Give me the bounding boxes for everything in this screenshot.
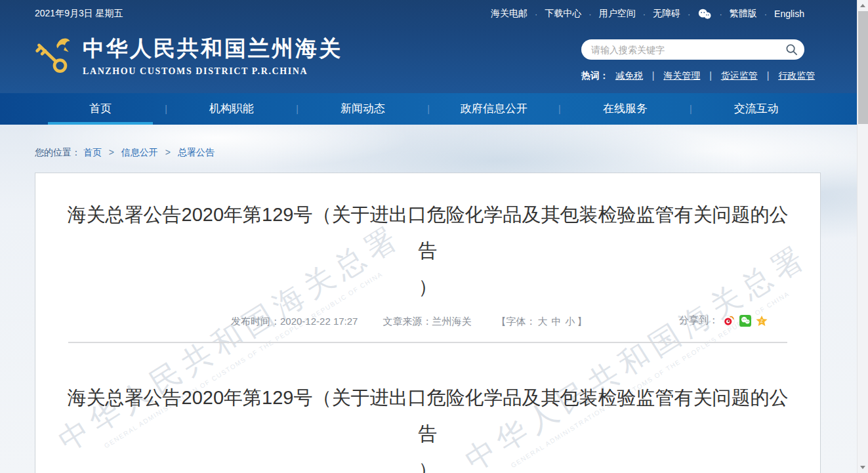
body-title-line1: 海关总署公告2020年第129号（关于进出口危险化学品及其包装检验监管有关问题的… bbox=[66, 380, 790, 452]
hotwords-bar: 热词： 减免税 | 海关管理 | 货运监管 | 行政监管 bbox=[581, 70, 804, 82]
topbar-link-customs-mail[interactable]: 海关电邮 bbox=[491, 8, 527, 20]
separator-dot: · bbox=[719, 9, 722, 19]
site-title: 中华人民共和国兰州海关 bbox=[83, 34, 342, 64]
article-title: 海关总署公告2020年第129号（关于进出口危险化学品及其包装检验监管有关问题的… bbox=[66, 197, 790, 305]
breadcrumb-home[interactable]: 首页 bbox=[83, 147, 102, 157]
topbar-link-english[interactable]: English bbox=[774, 9, 804, 19]
search-box bbox=[581, 39, 804, 60]
nav-item-functions[interactable]: 机构职能 bbox=[167, 93, 296, 125]
scrollbar-thumb[interactable] bbox=[858, 11, 868, 124]
site-title-en: LANZHOU CUSTOMS DISTRICT P.R.CHINA bbox=[83, 66, 342, 77]
site-header: 2021年9月3日 星期五 海关电邮 · 下载中心 · 用户空间 · 无障碍 ·… bbox=[0, 0, 857, 93]
font-size-large[interactable]: 大 bbox=[537, 316, 547, 327]
separator-dot: · bbox=[535, 9, 537, 19]
search-area: 热词： 减免税 | 海关管理 | 货运监管 | 行政监管 bbox=[581, 39, 804, 82]
weibo-icon[interactable] bbox=[723, 315, 735, 327]
scroll-up-arrow[interactable] bbox=[858, 0, 868, 11]
topbar-link-download-center[interactable]: 下载中心 bbox=[545, 8, 581, 20]
topbar-link-accessibility[interactable]: 无障碍 bbox=[653, 8, 680, 20]
breadcrumb: 您的位置： 首页 > 信息公开 > 总署公告 bbox=[35, 147, 215, 159]
nav-item-online-services[interactable]: 在线服务 bbox=[561, 93, 690, 125]
wechat-icon[interactable] bbox=[697, 9, 712, 20]
breadcrumb-info-disclosure[interactable]: 信息公开 bbox=[121, 147, 158, 157]
nav-label: 新闻动态 bbox=[341, 102, 385, 115]
main-navigation: 首页 | 机构职能 | 新闻动态 | 政府信息公开 | 在线服务 | 交流互动 bbox=[0, 93, 857, 125]
separator-bar: | bbox=[709, 70, 712, 81]
topbar-link-traditional[interactable]: 繁體版 bbox=[730, 8, 757, 20]
separator-dot: · bbox=[589, 9, 591, 19]
hotword-link-tax-reduction[interactable]: 减免税 bbox=[615, 70, 643, 81]
separator-dot: · bbox=[643, 9, 646, 19]
nav-label: 政府信息公开 bbox=[461, 102, 527, 115]
nav-item-gov-info-disclosure[interactable]: 政府信息公开 bbox=[430, 93, 558, 125]
article-source: 文章来源：兰州海关 bbox=[382, 316, 471, 328]
svg-text:Z: Z bbox=[760, 318, 763, 323]
article-meta: 发布时间：2020-12-22 17:27 文章来源：兰州海关 【字体：大中小】 bbox=[231, 316, 587, 328]
site-brand[interactable]: 中华人民共和国兰州海关 LANZHOU CUSTOMS DISTRICT P.R… bbox=[33, 34, 342, 77]
topbar-links: 海关电邮 · 下载中心 · 用户空间 · 无障碍 · · 繁體版 · E bbox=[491, 8, 804, 20]
body-title-line2: ） bbox=[66, 452, 790, 473]
current-date: 2021年9月3日 星期五 bbox=[35, 8, 123, 20]
article-meta-row: 发布时间：2020-12-22 17:27 文章来源：兰州海关 【字体：大中小】… bbox=[35, 313, 820, 333]
wechat-share-icon[interactable] bbox=[739, 315, 751, 327]
hotword-link-administrative-supervision[interactable]: 行政监管 bbox=[778, 70, 815, 81]
divider bbox=[68, 342, 787, 343]
font-size-control: 【字体：大中小】 bbox=[496, 316, 587, 328]
topbar-link-user-space[interactable]: 用户空间 bbox=[599, 8, 636, 20]
article-container: 中华人民共和国海关总署 GENERAL ADMINISTRATION OF CU… bbox=[35, 173, 821, 473]
customs-golden-key-logo-icon bbox=[33, 35, 76, 77]
share-bar: 分享到： bbox=[679, 314, 768, 327]
separator-bar: | bbox=[652, 70, 655, 81]
separator-bar: | bbox=[767, 70, 770, 81]
hotwords-label: 热词： bbox=[581, 70, 609, 81]
font-size-medium[interactable]: 中 bbox=[551, 316, 561, 327]
search-icon[interactable] bbox=[785, 43, 798, 56]
hotword-link-customs-management[interactable]: 海关管理 bbox=[663, 70, 700, 81]
nav-item-news[interactable]: 新闻动态 bbox=[299, 93, 427, 125]
publish-time: 发布时间：2020-12-22 17:27 bbox=[231, 316, 358, 328]
nav-item-home[interactable]: 首页 bbox=[36, 93, 165, 125]
nav-item-interaction[interactable]: 交流互动 bbox=[692, 93, 821, 125]
separator-dot: · bbox=[764, 9, 767, 19]
article-title-line1: 海关总署公告2020年第129号（关于进出口危险化学品及其包装检验监管有关问题的… bbox=[66, 197, 790, 269]
nav-label: 机构职能 bbox=[209, 102, 254, 115]
scrollbar[interactable] bbox=[857, 0, 868, 473]
separator-dot: · bbox=[688, 9, 690, 19]
share-label: 分享到： bbox=[679, 314, 718, 327]
topbar: 2021年9月3日 星期五 海关电邮 · 下载中心 · 用户空间 · 无障碍 ·… bbox=[0, 0, 857, 20]
nav-label: 在线服务 bbox=[603, 102, 648, 115]
nav-label: 首页 bbox=[89, 102, 112, 115]
hotword-link-cargo-supervision[interactable]: 货运监管 bbox=[721, 70, 758, 81]
breadcrumb-label: 您的位置： bbox=[35, 147, 81, 157]
font-size-small[interactable]: 小 bbox=[565, 316, 575, 327]
breadcrumb-separator: > bbox=[165, 147, 171, 157]
search-input[interactable] bbox=[591, 45, 785, 55]
breadcrumb-separator: > bbox=[109, 147, 114, 157]
article-title-line2: ） bbox=[66, 269, 790, 305]
breadcrumb-gacc-announcements[interactable]: 总署公告 bbox=[178, 147, 215, 157]
qzone-icon[interactable]: Z bbox=[756, 315, 768, 327]
active-tab-indicator bbox=[48, 122, 153, 125]
scroll-down-arrow[interactable] bbox=[858, 462, 868, 473]
nav-label: 交流互动 bbox=[734, 102, 779, 115]
article-body-title: 海关总署公告2020年第129号（关于进出口危险化学品及其包装检验监管有关问题的… bbox=[66, 380, 790, 473]
